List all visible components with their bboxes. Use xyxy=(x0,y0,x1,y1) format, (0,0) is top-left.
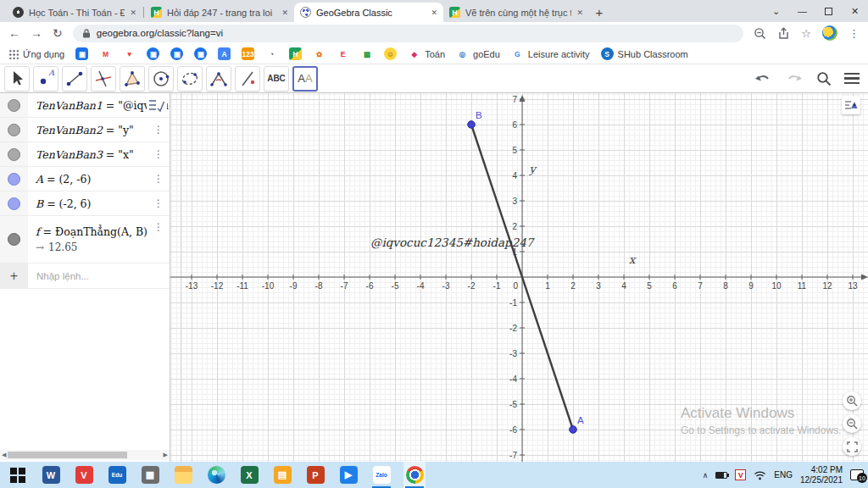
redo-icon[interactable] xyxy=(785,72,804,86)
bookmark-e[interactable]: E xyxy=(337,47,349,60)
text-object-icon[interactable] xyxy=(147,96,167,114)
angle-tool-button[interactable] xyxy=(206,66,231,92)
taskbar-edu[interactable]: Edu xyxy=(106,462,128,488)
bookmark-leisure[interactable]: G Leisure activity xyxy=(511,47,590,60)
taskbar-word[interactable]: W xyxy=(40,462,62,488)
tab-search-chevron-icon[interactable]: ⌄ xyxy=(763,0,789,22)
notification-center-icon[interactable]: 10 xyxy=(850,469,864,480)
back-icon[interactable]: ← xyxy=(8,26,20,40)
zoom-out-icon[interactable] xyxy=(754,27,766,40)
row-menu-icon[interactable]: ⋮ xyxy=(153,174,164,184)
text-tool-button[interactable]: ABC xyxy=(264,66,289,92)
line-tool-button[interactable] xyxy=(62,66,87,92)
unikey-icon[interactable]: V xyxy=(735,469,746,480)
bookmark-goedu[interactable]: ◎ goEdu xyxy=(456,47,500,60)
font-size-tool-button[interactable]: AA xyxy=(292,66,318,92)
row-menu-icon[interactable]: ⋮ xyxy=(153,149,164,159)
row-menu-icon[interactable]: ⋮ xyxy=(153,125,164,135)
visibility-marker[interactable] xyxy=(8,124,20,136)
tab-ve-tren-cung[interactable]: H Vẽ trên cùng một hệ trục tọa độ ✕ xyxy=(443,3,589,22)
tab-close-icon[interactable]: ✕ xyxy=(281,8,288,17)
algebra-row-segment-f[interactable]: f = ĐoạnThẳng(A, B) →12.65 ⋮ xyxy=(0,216,170,263)
algebra-row-tenvanban3[interactable]: TenVanBan3 = "x" ⋮ xyxy=(0,142,170,167)
wifi-icon[interactable] xyxy=(754,470,766,480)
visibility-marker[interactable] xyxy=(8,233,20,246)
scrollbar-thumb[interactable] xyxy=(8,452,127,458)
tab-hoidap247[interactable]: H Hỏi đáp 247 - trang tra loi ✕ xyxy=(145,3,294,22)
algebra-row-tenvanban2[interactable]: TenVanBan2 = "y" ⋮ xyxy=(0,118,170,142)
perpendicular-line-tool-button[interactable] xyxy=(91,66,116,92)
visibility-marker[interactable] xyxy=(8,148,20,161)
main-menu-icon[interactable] xyxy=(844,73,860,85)
bookmark-gmail[interactable]: M xyxy=(99,47,112,60)
algebra-scrollbar[interactable]: ◀ ▶ xyxy=(0,450,170,460)
forward-icon[interactable]: → xyxy=(31,26,42,40)
bookmark-smiley[interactable]: ☺ xyxy=(384,47,397,60)
clock[interactable]: 4:02 PM 12/25/2021 xyxy=(800,465,843,485)
algebra-row-point-a[interactable]: A = (2, -6) ⋮ xyxy=(0,167,170,191)
taskbar-start[interactable] xyxy=(7,462,29,488)
taskbar-camera[interactable]: ▶ xyxy=(337,462,359,488)
bookmark-star-icon[interactable]: ☆ xyxy=(801,27,811,40)
url-field[interactable]: geogebra.org/classic?lang=vi xyxy=(73,25,744,42)
taskbar-edge[interactable] xyxy=(205,462,227,488)
language-indicator[interactable]: ENG xyxy=(774,470,793,480)
point-tool-button[interactable]: A xyxy=(33,66,58,92)
command-input[interactable] xyxy=(28,263,170,288)
battery-icon[interactable] xyxy=(715,472,727,479)
new-tab-button[interactable]: + xyxy=(589,3,609,22)
point-A[interactable] xyxy=(570,426,577,434)
polygon-tool-button[interactable] xyxy=(120,66,145,92)
taskbar-zalo[interactable]: Zalo xyxy=(370,462,392,488)
share-icon[interactable] xyxy=(777,27,790,40)
scroll-left-icon[interactable]: ◀ xyxy=(2,452,6,458)
algebra-row-tenvanban1[interactable]: TenVanBan1 = "@iqvocuc1 xyxy=(0,93,170,118)
add-row-icon[interactable]: + xyxy=(0,263,28,288)
maximize-button[interactable] xyxy=(815,0,842,22)
close-button[interactable]: ✕ xyxy=(842,0,868,22)
minimize-button[interactable]: — xyxy=(789,0,815,22)
visibility-marker[interactable] xyxy=(8,99,20,112)
tab-geogebra[interactable]: GeoGebra Classic ✕ xyxy=(294,3,443,22)
bookmark-meet-3[interactable]: ▣ xyxy=(194,47,207,60)
tab-close-icon[interactable]: ✕ xyxy=(431,8,437,17)
bookmark-flower[interactable]: ✿ xyxy=(313,47,326,60)
taskbar-chrome[interactable] xyxy=(403,462,426,488)
ellipse-tool-button[interactable] xyxy=(177,66,203,92)
browser-menu-icon[interactable]: ⋮ xyxy=(849,27,860,40)
row-menu-icon[interactable]: ⋮ xyxy=(153,198,164,208)
bookmark-duo[interactable]: ▣ xyxy=(75,47,88,60)
taskbar-powerpoint[interactable]: P xyxy=(304,462,326,488)
circle-tool-button[interactable] xyxy=(148,66,174,92)
visibility-marker[interactable] xyxy=(8,197,20,210)
taskbar-orange-app[interactable]: ▤ xyxy=(271,462,293,488)
bookmark-shub[interactable]: S SHub Classroom xyxy=(601,47,688,60)
bookmark-chart[interactable]: ▦ xyxy=(360,47,373,60)
graphics-settings-button[interactable] xyxy=(842,96,860,114)
taskbar-explorer[interactable] xyxy=(172,462,194,488)
bookmark-timer[interactable]: ◔ xyxy=(265,47,278,60)
zoom-out-button[interactable] xyxy=(843,414,861,433)
profile-avatar[interactable] xyxy=(822,25,837,41)
bookmark-toan[interactable]: ◆ Toán xyxy=(408,47,445,60)
tab-close-icon[interactable]: ✕ xyxy=(576,8,583,17)
scroll-right-icon[interactable]: ▶ xyxy=(164,452,168,458)
undo-icon[interactable] xyxy=(754,72,772,86)
tray-expand-icon[interactable]: ∧ xyxy=(703,471,709,480)
zoom-in-button[interactable] xyxy=(843,391,861,410)
search-icon[interactable] xyxy=(816,71,832,86)
taskbar-phone[interactable]: ▦ xyxy=(139,462,161,488)
bookmark-maps[interactable]: ▼ xyxy=(123,47,136,60)
fullscreen-button[interactable] xyxy=(843,437,861,456)
bookmark-meet-2[interactable]: ▣ xyxy=(170,47,183,60)
tab-close-icon[interactable]: ✕ xyxy=(130,8,136,17)
reload-icon[interactable]: ↻ xyxy=(53,26,63,40)
move-tool-button[interactable] xyxy=(4,66,30,92)
point-B[interactable] xyxy=(468,121,476,129)
reflect-tool-button[interactable] xyxy=(235,66,260,92)
bookmark-meet-1[interactable]: ▣ xyxy=(147,47,159,60)
bookmark-123[interactable]: 123 xyxy=(242,47,254,60)
visibility-marker[interactable] xyxy=(8,173,20,186)
graphics-view[interactable]: -13-12-11-10-9-8-7-6-5-4-3-2-11234567891… xyxy=(170,93,868,462)
bookmark-apps[interactable]: Ứng dụng xyxy=(8,49,64,59)
